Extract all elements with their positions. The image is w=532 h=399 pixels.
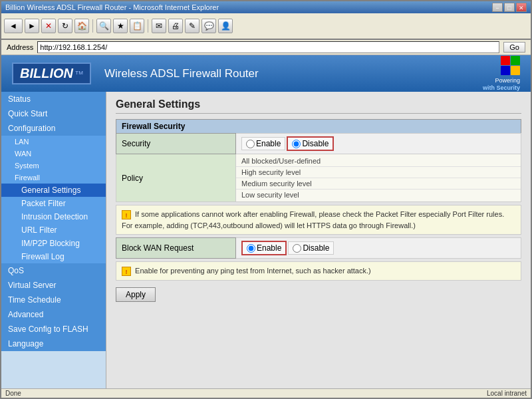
security-label-cell: Security bbox=[116, 134, 236, 154]
sidebar-item-imp2p-blocking[interactable]: IM/P2P Blocking bbox=[1, 237, 106, 250]
maximize-button[interactable]: □ bbox=[504, 3, 515, 12]
sidebar-item-url-filter[interactable]: URL Filter bbox=[1, 223, 106, 237]
block-wan-disable-option[interactable]: Disable bbox=[288, 241, 334, 255]
sidebar-item-packet-filter[interactable]: Packet Filter bbox=[1, 197, 106, 210]
home-button[interactable]: 🏠 bbox=[74, 19, 89, 33]
sidebar-item-intrusion-detection[interactable]: Intrusion Detection bbox=[1, 210, 106, 223]
sidebar-item-qos[interactable]: QoS bbox=[1, 263, 106, 278]
page-title: General Settings bbox=[116, 98, 521, 114]
window-title: Billion Wireless ADSL Firewall Router - … bbox=[5, 3, 219, 11]
stop-button[interactable]: ✕ bbox=[41, 19, 56, 33]
forward-button[interactable]: ► bbox=[25, 19, 39, 33]
sidebar-item-virtual-server[interactable]: Virtual Server bbox=[1, 278, 106, 293]
warning-box-1: ! If some applications cannot work after… bbox=[116, 205, 521, 235]
win-logo-green bbox=[511, 56, 520, 65]
win-logo-red bbox=[501, 56, 510, 65]
sidebar-item-lan[interactable]: LAN bbox=[1, 136, 106, 148]
history-button[interactable]: 📋 bbox=[130, 19, 144, 33]
brand-tm: TM bbox=[75, 70, 83, 76]
sidebar-item-save-config[interactable]: Save Config to FLASH bbox=[1, 322, 106, 336]
sidebar-item-quick-start[interactable]: Quick Start bbox=[1, 106, 106, 121]
messenger-button[interactable]: 👤 bbox=[218, 19, 233, 33]
block-wan-disable-radio[interactable] bbox=[293, 244, 301, 253]
sidebar-item-general-settings[interactable]: General Settings bbox=[1, 184, 106, 197]
warning-icon-2: ! bbox=[122, 267, 131, 276]
warning-icon-1: ! bbox=[122, 210, 131, 219]
sidebar-item-language[interactable]: Language bbox=[1, 336, 106, 351]
sidebar-item-status[interactable]: Status bbox=[1, 92, 106, 106]
close-button[interactable]: ✕ bbox=[516, 3, 527, 12]
warning-box-2: ! Enable for preventing any ping test fr… bbox=[116, 261, 521, 281]
brand-name: BILLION bbox=[20, 66, 73, 80]
sidebar-item-system[interactable]: System bbox=[1, 160, 106, 172]
minimize-button[interactable]: − bbox=[492, 3, 503, 12]
print-button[interactable]: 🖨 bbox=[168, 19, 183, 33]
policy-level-4: Low security level bbox=[236, 190, 521, 200]
win-logo-blue bbox=[501, 66, 510, 75]
sidebar-item-configuration[interactable]: Configuration bbox=[1, 121, 106, 136]
sidebar-item-firewall-log[interactable]: Firewall Log bbox=[1, 250, 106, 263]
block-wan-enable-option[interactable]: Enable bbox=[241, 241, 287, 255]
status-bar-text: Done bbox=[5, 390, 21, 397]
block-wan-label-cell: Block WAN Request bbox=[116, 238, 236, 259]
go-button[interactable]: Go bbox=[503, 42, 525, 53]
search-button[interactable]: 🔍 bbox=[96, 19, 111, 33]
sidebar-item-advanced[interactable]: Advanced bbox=[1, 307, 106, 322]
address-input[interactable] bbox=[37, 41, 499, 53]
win-logo-yellow bbox=[511, 66, 520, 75]
security-text: with Security bbox=[483, 84, 520, 91]
router-title: Wireless ADSL Firewall Router bbox=[104, 67, 259, 80]
policy-levels-cell: All blocked/User-defined High security l… bbox=[236, 154, 521, 202]
back-button[interactable]: ◄ bbox=[4, 19, 23, 33]
sidebar-item-firewall[interactable]: Firewall bbox=[1, 172, 106, 184]
refresh-button[interactable]: ↻ bbox=[58, 19, 72, 33]
policy-label-cell: Policy bbox=[116, 154, 236, 202]
security-disable-radio[interactable] bbox=[292, 140, 301, 148]
security-enable-radio[interactable] bbox=[246, 140, 255, 148]
discuss-button[interactable]: 💬 bbox=[201, 19, 216, 33]
policy-level-1: All blocked/User-defined bbox=[236, 156, 521, 167]
block-wan-enable-radio[interactable] bbox=[247, 244, 255, 253]
block-wan-controls-cell: Enable Disable bbox=[236, 238, 521, 259]
security-disable-option[interactable]: Disable bbox=[287, 136, 334, 151]
sidebar-item-time-schedule[interactable]: Time Schedule bbox=[1, 293, 106, 307]
edit-button[interactable]: ✎ bbox=[185, 19, 200, 33]
address-label: Address bbox=[7, 43, 33, 51]
sidebar-item-wan[interactable]: WAN bbox=[1, 148, 106, 160]
security-controls-cell: Enable Disable bbox=[236, 134, 521, 154]
policy-level-2: High security level bbox=[236, 167, 521, 178]
policy-level-3: Medium security level bbox=[236, 178, 521, 190]
mail-button[interactable]: ✉ bbox=[152, 19, 166, 33]
favorites-button[interactable]: ★ bbox=[113, 19, 128, 33]
security-enable-option[interactable]: Enable bbox=[241, 137, 285, 150]
firewall-security-header: Firewall Security bbox=[116, 119, 521, 133]
powering-text: Powering bbox=[495, 77, 520, 84]
apply-button[interactable]: Apply bbox=[116, 287, 156, 302]
status-bar-zone: Local intranet bbox=[487, 390, 527, 397]
